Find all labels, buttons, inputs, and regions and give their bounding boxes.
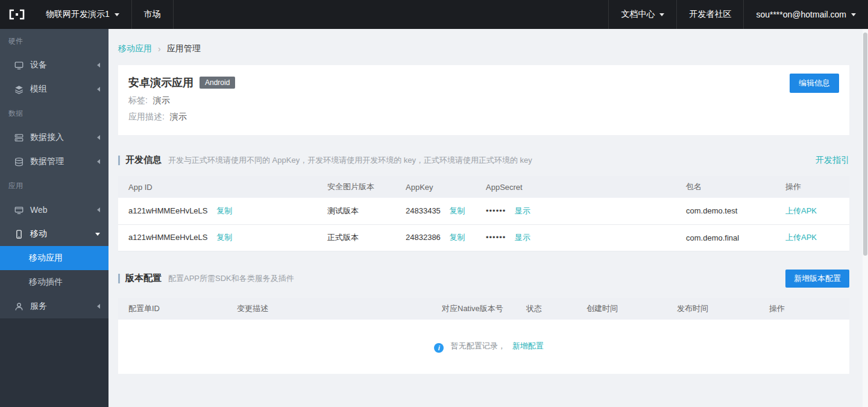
sidebar-filler xyxy=(0,318,108,407)
sidebar-item-label: 设备 xyxy=(30,60,47,71)
appkey-value: 24833435 xyxy=(406,206,441,215)
dev-info-title: 开发信息 xyxy=(125,154,162,166)
user-icon xyxy=(14,302,24,311)
sidebar-section-hardware: 硬件 xyxy=(0,29,108,53)
version-config-subtitle: 配置APP所需SDK和各类服务及插件 xyxy=(168,273,294,284)
platform-badge: Android xyxy=(200,77,235,89)
platform-logo-icon[interactable] xyxy=(0,0,34,29)
col-actions: 操作 xyxy=(759,298,849,320)
scrollbar-thumb[interactable] xyxy=(863,33,867,256)
sidebar-subitem-mobile-plugin[interactable]: 移动插件 xyxy=(0,270,108,294)
caret-down-icon xyxy=(659,13,664,16)
col-created-time: 创建时间 xyxy=(576,298,667,320)
sidebar: 硬件 设备 模组 数据 数据接入 数据 xyxy=(0,29,108,407)
account-email: sou****on@hotmail.com xyxy=(756,10,846,19)
monitor-icon xyxy=(14,61,24,70)
upload-apk-link[interactable]: 上传APK xyxy=(785,233,817,242)
topbar: 物联网开发演示1 市场 文档中心 开发者社区 sou****on@hotmail… xyxy=(0,0,868,29)
desc-value: 演示 xyxy=(170,112,187,121)
tag-value: 演示 xyxy=(153,95,170,105)
sidebar-item-mobile[interactable]: 移动 xyxy=(0,222,108,246)
empty-state-row: i 暂无配置记录，新增配置 xyxy=(118,320,849,374)
col-appsecret: AppSecret xyxy=(476,176,676,198)
server-icon xyxy=(14,133,24,142)
section-accent-bar xyxy=(118,274,120,283)
table-row: a121wHMMEeHvLeLS 复制 测试版本 24833435 复制 •••… xyxy=(118,198,849,224)
col-security-version: 安全图片版本 xyxy=(317,176,395,198)
show-appsecret-link[interactable]: 显示 xyxy=(515,206,530,215)
product-name: 物联网开发演示1 xyxy=(46,9,110,20)
sidebar-item-label: 数据管理 xyxy=(30,156,64,167)
copy-app-id-link[interactable]: 复制 xyxy=(216,206,232,215)
chevron-left-icon xyxy=(97,304,100,309)
logo-icon xyxy=(8,9,25,20)
sidebar-item-device[interactable]: 设备 xyxy=(0,53,108,77)
product-switcher[interactable]: 物联网开发演示1 xyxy=(34,0,132,29)
dev-guide-link[interactable]: 开发指引 xyxy=(816,155,849,166)
copy-appkey-link[interactable]: 复制 xyxy=(449,233,465,242)
sidebar-item-label: Web xyxy=(30,205,48,215)
scrollbar-track xyxy=(863,29,868,407)
info-icon: i xyxy=(434,343,444,353)
sidebar-item-web[interactable]: Web xyxy=(0,198,108,222)
edit-info-button[interactable]: 编辑信息 xyxy=(790,74,839,93)
app-id-value: a121wHMMEeHvLeLS xyxy=(128,233,208,242)
col-app-id: App ID xyxy=(118,176,317,198)
col-change-desc: 变更描述 xyxy=(227,298,432,320)
breadcrumb-link-mobile-app[interactable]: 移动应用 xyxy=(118,43,152,54)
desc-label: 应用描述: xyxy=(128,112,165,121)
col-native-version: 对应Native版本号 xyxy=(432,298,516,320)
dev-info-header: 开发信息 开发与正式环境请使用不同的 AppKey，开发环境请使用开发环境的 k… xyxy=(118,154,849,166)
nav-doc-center[interactable]: 文档中心 xyxy=(608,0,676,29)
main-content: 移动应用 › 应用管理 安卓演示应用 Android 标签: 演示 应用描述: … xyxy=(108,29,868,407)
version-config-table: 配置单ID 变更描述 对应Native版本号 状态 创建时间 发布时间 操作 i… xyxy=(118,298,849,374)
copy-appkey-link[interactable]: 复制 xyxy=(449,206,465,215)
web-monitor-icon xyxy=(14,206,24,215)
sidebar-item-service[interactable]: 服务 xyxy=(0,294,108,318)
add-config-link[interactable]: 新增配置 xyxy=(512,341,544,350)
app-info-card: 安卓演示应用 Android 标签: 演示 应用描述: 演示 编辑信息 xyxy=(118,65,849,135)
sidebar-item-label: 服务 xyxy=(30,301,47,312)
sidebar-item-label: 数据接入 xyxy=(30,132,64,143)
section-accent-bar xyxy=(118,156,120,165)
account-menu[interactable]: sou****on@hotmail.com xyxy=(743,0,868,29)
sidebar-subitem-mobile-app[interactable]: 移动应用 xyxy=(0,246,108,270)
sidebar-item-data-access[interactable]: 数据接入 xyxy=(0,125,108,150)
chevron-left-icon xyxy=(97,207,100,212)
layers-icon xyxy=(14,85,24,94)
appsecret-masked: •••••• xyxy=(486,206,506,215)
col-actions: 操作 xyxy=(775,176,849,198)
col-appkey: AppKey xyxy=(395,176,476,198)
tag-label: 标签: xyxy=(128,95,148,105)
sidebar-item-data-manage[interactable]: 数据管理 xyxy=(0,150,108,174)
security-version-value: 测试版本 xyxy=(327,206,359,215)
security-version-value: 正式版本 xyxy=(327,233,359,242)
app-id-value: a121wHMMEeHvLeLS xyxy=(128,206,208,215)
appkey-value: 24832386 xyxy=(406,233,441,242)
caret-down-icon xyxy=(851,13,856,16)
table-header-row: App ID 安全图片版本 AppKey AppSecret 包名 操作 xyxy=(118,176,849,198)
database-icon xyxy=(14,157,24,166)
nav-market[interactable]: 市场 xyxy=(132,0,174,29)
sidebar-section-app: 应用 xyxy=(0,174,108,198)
table-header-row: 配置单ID 变更描述 对应Native版本号 状态 创建时间 发布时间 操作 xyxy=(118,298,849,320)
col-publish-time: 发布时间 xyxy=(667,298,759,320)
sidebar-item-module[interactable]: 模组 xyxy=(0,77,108,101)
sidebar-item-label: 模组 xyxy=(30,84,47,95)
col-package: 包名 xyxy=(676,176,775,198)
table-row: a121wHMMEeHvLeLS 复制 正式版本 24832386 复制 •••… xyxy=(118,224,849,251)
add-version-config-button[interactable]: 新增版本配置 xyxy=(785,270,849,288)
version-config-title: 版本配置 xyxy=(125,273,162,284)
app-title: 安卓演示应用 xyxy=(128,75,193,90)
caret-down-icon xyxy=(115,13,119,16)
copy-app-id-link[interactable]: 复制 xyxy=(216,233,232,242)
version-config-header: 版本配置 配置APP所需SDK和各类服务及插件 新增版本配置 xyxy=(118,270,849,288)
phone-icon xyxy=(14,230,24,239)
dev-info-subtitle: 开发与正式环境请使用不同的 AppKey，开发环境请使用开发环境的 key，正式… xyxy=(168,155,532,166)
chevron-left-icon xyxy=(97,159,100,164)
show-appsecret-link[interactable]: 显示 xyxy=(515,233,530,242)
package-name: com.demo.final xyxy=(686,233,739,242)
upload-apk-link[interactable]: 上传APK xyxy=(785,206,817,215)
breadcrumb: 移动应用 › 应用管理 xyxy=(118,43,849,54)
nav-developer-community[interactable]: 开发者社区 xyxy=(676,0,743,29)
